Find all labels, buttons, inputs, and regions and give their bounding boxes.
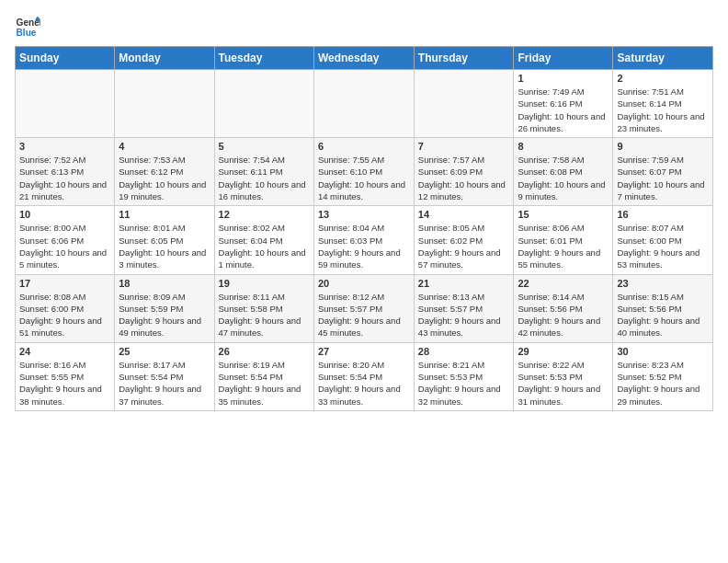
calendar-cell: 10Sunrise: 8:00 AM Sunset: 6:06 PM Dayli… — [16, 206, 115, 274]
calendar-cell: 28Sunrise: 8:21 AM Sunset: 5:53 PM Dayli… — [414, 342, 514, 410]
day-info: Sunrise: 8:05 AM Sunset: 6:02 PM Dayligh… — [418, 222, 510, 270]
calendar-cell: 2Sunrise: 7:51 AM Sunset: 6:14 PM Daylig… — [613, 70, 713, 138]
day-info: Sunrise: 7:58 AM Sunset: 6:08 PM Dayligh… — [518, 154, 609, 202]
calendar-cell: 26Sunrise: 8:19 AM Sunset: 5:54 PM Dayli… — [214, 342, 313, 410]
calendar-cell: 18Sunrise: 8:09 AM Sunset: 5:59 PM Dayli… — [115, 274, 214, 342]
calendar-cell: 16Sunrise: 8:07 AM Sunset: 6:00 PM Dayli… — [613, 206, 713, 274]
calendar-cell: 13Sunrise: 8:04 AM Sunset: 6:03 PM Dayli… — [313, 206, 414, 274]
day-number: 24 — [19, 346, 110, 357]
weekday-header: Wednesday — [313, 47, 414, 70]
calendar-cell: 22Sunrise: 8:14 AM Sunset: 5:56 PM Dayli… — [514, 274, 613, 342]
day-number: 23 — [617, 278, 709, 289]
calendar-cell: 24Sunrise: 8:16 AM Sunset: 5:55 PM Dayli… — [16, 342, 115, 410]
day-info: Sunrise: 7:49 AM Sunset: 6:16 PM Dayligh… — [518, 86, 609, 134]
calendar-cell: 7Sunrise: 7:57 AM Sunset: 6:09 PM Daylig… — [414, 138, 514, 206]
day-number: 25 — [119, 346, 210, 357]
calendar-week-row: 17Sunrise: 8:08 AM Sunset: 6:00 PM Dayli… — [16, 274, 713, 342]
day-number: 27 — [318, 346, 410, 357]
weekday-header: Thursday — [414, 47, 514, 70]
calendar-cell: 20Sunrise: 8:12 AM Sunset: 5:57 PM Dayli… — [313, 274, 414, 342]
day-info: Sunrise: 7:53 AM Sunset: 6:12 PM Dayligh… — [119, 154, 210, 202]
day-info: Sunrise: 8:20 AM Sunset: 5:54 PM Dayligh… — [318, 359, 410, 408]
day-number: 21 — [418, 278, 510, 289]
calendar-cell — [214, 70, 313, 138]
calendar-cell: 3Sunrise: 7:52 AM Sunset: 6:13 PM Daylig… — [16, 138, 115, 206]
page-header: General Blue — [15, 15, 713, 40]
day-info: Sunrise: 8:13 AM Sunset: 5:57 PM Dayligh… — [418, 291, 510, 339]
weekday-header: Monday — [115, 47, 214, 70]
day-info: Sunrise: 8:00 AM Sunset: 6:06 PM Dayligh… — [19, 222, 110, 270]
day-info: Sunrise: 8:15 AM Sunset: 5:56 PM Dayligh… — [617, 291, 709, 339]
day-number: 19 — [219, 278, 310, 289]
calendar-cell: 29Sunrise: 8:22 AM Sunset: 5:53 PM Dayli… — [514, 342, 613, 410]
calendar-cell: 23Sunrise: 8:15 AM Sunset: 5:56 PM Dayli… — [613, 274, 713, 342]
day-number: 16 — [617, 209, 709, 220]
day-number: 13 — [318, 209, 410, 220]
calendar-cell — [115, 70, 214, 138]
day-info: Sunrise: 8:21 AM Sunset: 5:53 PM Dayligh… — [418, 359, 510, 408]
calendar-cell: 30Sunrise: 8:23 AM Sunset: 5:52 PM Dayli… — [613, 342, 713, 410]
day-number: 10 — [19, 209, 110, 220]
day-info: Sunrise: 7:55 AM Sunset: 6:10 PM Dayligh… — [318, 154, 410, 202]
calendar-cell: 17Sunrise: 8:08 AM Sunset: 6:00 PM Dayli… — [16, 274, 115, 342]
day-info: Sunrise: 8:16 AM Sunset: 5:55 PM Dayligh… — [19, 359, 110, 408]
day-info: Sunrise: 8:19 AM Sunset: 5:54 PM Dayligh… — [219, 359, 310, 408]
calendar-cell: 5Sunrise: 7:54 AM Sunset: 6:11 PM Daylig… — [214, 138, 313, 206]
day-number: 4 — [119, 141, 210, 152]
calendar-cell: 27Sunrise: 8:20 AM Sunset: 5:54 PM Dayli… — [313, 342, 414, 410]
calendar-cell: 1Sunrise: 7:49 AM Sunset: 6:16 PM Daylig… — [514, 70, 613, 138]
day-info: Sunrise: 8:17 AM Sunset: 5:54 PM Dayligh… — [119, 359, 210, 408]
day-info: Sunrise: 8:09 AM Sunset: 5:59 PM Dayligh… — [119, 291, 210, 339]
day-info: Sunrise: 8:22 AM Sunset: 5:53 PM Dayligh… — [518, 359, 609, 408]
day-number: 3 — [19, 141, 110, 152]
calendar-cell: 14Sunrise: 8:05 AM Sunset: 6:02 PM Dayli… — [414, 206, 514, 274]
day-number: 12 — [219, 209, 310, 220]
calendar-week-row: 1Sunrise: 7:49 AM Sunset: 6:16 PM Daylig… — [16, 70, 713, 138]
calendar-cell: 4Sunrise: 7:53 AM Sunset: 6:12 PM Daylig… — [115, 138, 214, 206]
day-info: Sunrise: 8:23 AM Sunset: 5:52 PM Dayligh… — [617, 359, 709, 408]
calendar-week-row: 10Sunrise: 8:00 AM Sunset: 6:06 PM Dayli… — [16, 206, 713, 274]
day-info: Sunrise: 8:08 AM Sunset: 6:00 PM Dayligh… — [19, 291, 110, 339]
day-number: 11 — [119, 209, 210, 220]
day-number: 7 — [418, 141, 510, 152]
calendar-cell: 8Sunrise: 7:58 AM Sunset: 6:08 PM Daylig… — [514, 138, 613, 206]
calendar-cell — [16, 70, 115, 138]
day-info: Sunrise: 8:07 AM Sunset: 6:00 PM Dayligh… — [617, 222, 709, 270]
calendar-table: SundayMondayTuesdayWednesdayThursdayFrid… — [15, 46, 713, 411]
day-number: 18 — [119, 278, 210, 289]
day-number: 14 — [418, 209, 510, 220]
weekday-header: Friday — [514, 47, 613, 70]
day-info: Sunrise: 8:14 AM Sunset: 5:56 PM Dayligh… — [518, 291, 609, 339]
calendar-cell — [313, 70, 414, 138]
calendar-cell: 6Sunrise: 7:55 AM Sunset: 6:10 PM Daylig… — [313, 138, 414, 206]
day-number: 9 — [617, 141, 709, 152]
calendar-cell: 21Sunrise: 8:13 AM Sunset: 5:57 PM Dayli… — [414, 274, 514, 342]
day-info: Sunrise: 8:06 AM Sunset: 6:01 PM Dayligh… — [518, 222, 609, 270]
day-info: Sunrise: 7:57 AM Sunset: 6:09 PM Dayligh… — [418, 154, 510, 202]
day-info: Sunrise: 8:11 AM Sunset: 5:58 PM Dayligh… — [219, 291, 310, 339]
day-number: 26 — [219, 346, 310, 357]
day-number: 20 — [318, 278, 410, 289]
calendar-cell: 12Sunrise: 8:02 AM Sunset: 6:04 PM Dayli… — [214, 206, 313, 274]
calendar-cell: 11Sunrise: 8:01 AM Sunset: 6:05 PM Dayli… — [115, 206, 214, 274]
day-number: 17 — [19, 278, 110, 289]
day-info: Sunrise: 7:52 AM Sunset: 6:13 PM Dayligh… — [19, 154, 110, 202]
day-number: 15 — [518, 209, 609, 220]
calendar-cell: 25Sunrise: 8:17 AM Sunset: 5:54 PM Dayli… — [115, 342, 214, 410]
day-number: 8 — [518, 141, 609, 152]
day-info: Sunrise: 8:12 AM Sunset: 5:57 PM Dayligh… — [318, 291, 410, 339]
svg-text:Blue: Blue — [17, 28, 37, 38]
day-info: Sunrise: 8:04 AM Sunset: 6:03 PM Dayligh… — [318, 222, 410, 270]
day-number: 28 — [418, 346, 510, 357]
day-number: 29 — [518, 346, 609, 357]
day-number: 2 — [617, 73, 709, 84]
calendar-week-row: 24Sunrise: 8:16 AM Sunset: 5:55 PM Dayli… — [16, 342, 713, 410]
calendar-cell: 9Sunrise: 7:59 AM Sunset: 6:07 PM Daylig… — [613, 138, 713, 206]
day-info: Sunrise: 7:59 AM Sunset: 6:07 PM Dayligh… — [617, 154, 709, 202]
logo: General Blue — [15, 15, 42, 40]
day-number: 30 — [617, 346, 709, 357]
day-number: 22 — [518, 278, 609, 289]
day-number: 5 — [219, 141, 310, 152]
day-number: 6 — [318, 141, 410, 152]
day-info: Sunrise: 7:51 AM Sunset: 6:14 PM Dayligh… — [617, 86, 709, 134]
